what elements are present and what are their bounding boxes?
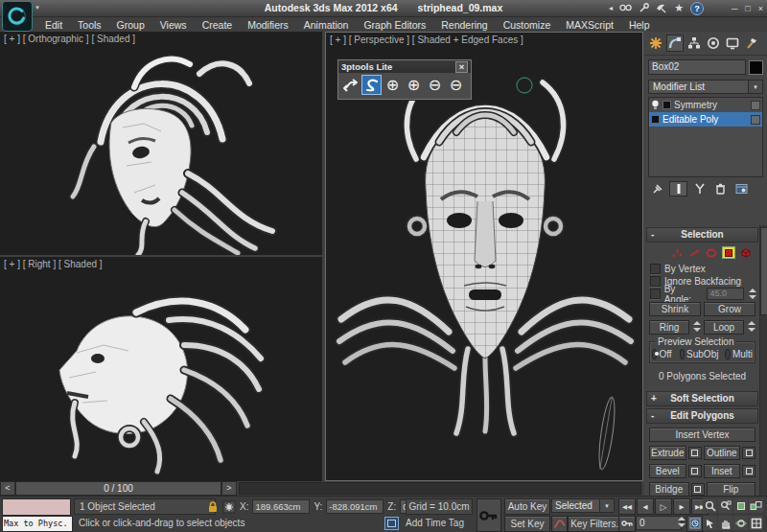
stack-editable-poly-toggle[interactable] xyxy=(751,115,760,125)
menu-animation[interactable]: Animation xyxy=(297,18,356,32)
outline-button[interactable]: Outline xyxy=(704,446,741,460)
selection-rollout-header[interactable]: - Selection xyxy=(646,227,758,243)
bridge-button[interactable]: Bridge xyxy=(649,482,689,496)
remove-minus-tool-1[interactable]: ⊖ xyxy=(425,75,445,95)
stack-item-editable-poly[interactable]: Editable Poly xyxy=(649,112,762,127)
shrink-button[interactable]: Shrink xyxy=(649,302,701,316)
key-filter-arrow-icon[interactable]: ▼ xyxy=(600,498,615,513)
viewport-orthographic[interactable]: [ + ] [ Orthographic ] [ Shaded ] xyxy=(0,32,322,255)
outline-settings-icon[interactable] xyxy=(742,447,755,459)
grow-button[interactable]: Grow xyxy=(704,302,755,316)
selection-lock-icon[interactable] xyxy=(207,500,219,514)
x-coordinate-field[interactable]: 189.663cm xyxy=(252,499,310,514)
utilities-tab-icon[interactable] xyxy=(743,35,760,52)
vertex-subobject-icon[interactable] xyxy=(670,246,684,259)
preview-off-radio[interactable] xyxy=(652,349,657,359)
absolute-mode-icon[interactable] xyxy=(222,500,236,514)
time-configuration-icon[interactable] xyxy=(686,516,703,532)
edit-polygons-rollout-header[interactable]: - Edit Polygons xyxy=(646,408,758,424)
frame-spinner[interactable] xyxy=(677,516,686,528)
motion-tab-icon[interactable] xyxy=(705,35,722,52)
communication-center-icon[interactable] xyxy=(656,3,667,13)
current-frame-field[interactable]: 0 xyxy=(636,516,682,530)
panel-scrollbar-thumb[interactable] xyxy=(760,227,767,315)
loop-spinner[interactable] xyxy=(747,320,755,333)
key-mode-toggle[interactable] xyxy=(618,516,636,532)
quick-access-caret-icon[interactable]: ▼ xyxy=(35,5,40,11)
orbit-icon[interactable] xyxy=(733,516,748,530)
y-coordinate-field[interactable]: -828.091cm xyxy=(326,499,384,514)
minimize-button[interactable]: ─ xyxy=(732,4,737,13)
menu-help[interactable]: Help xyxy=(622,18,657,32)
show-end-result-icon[interactable] xyxy=(669,181,687,197)
edge-subobject-icon[interactable] xyxy=(687,246,701,259)
ignore-backfacing-checkbox[interactable] xyxy=(650,276,661,287)
object-color-swatch[interactable] xyxy=(749,60,763,75)
make-unique-icon[interactable] xyxy=(690,181,709,197)
collapse-icon[interactable]: - xyxy=(651,409,654,422)
go-to-start-button[interactable]: ◀◀ xyxy=(618,498,636,515)
by-angle-row[interactable]: By Angle: 45.0 xyxy=(648,288,756,300)
viewport-perspective-label[interactable]: [ + ] [ Perspective ] [ Shaded + Edged F… xyxy=(330,35,523,45)
menu-tools[interactable]: Tools xyxy=(71,18,108,32)
zoom-extents-all-icon[interactable] xyxy=(749,498,763,513)
bevel-settings-icon[interactable] xyxy=(688,465,702,477)
collapse-icon[interactable]: - xyxy=(651,228,654,241)
menu-edit[interactable]: Edit xyxy=(38,18,69,32)
3ptools-close-icon[interactable]: × xyxy=(455,61,468,73)
isolate-window-icon[interactable] xyxy=(384,517,399,530)
menu-rendering[interactable]: Rendering xyxy=(434,18,494,32)
object-name-field[interactable]: Box02 xyxy=(648,59,746,75)
extrude-settings-icon[interactable] xyxy=(688,447,702,459)
maxscript-listener-input[interactable]: Max to Physc. xyxy=(2,516,73,532)
modifier-list-arrow-icon[interactable]: ▼ xyxy=(749,80,763,94)
next-frame-button[interactable]: ▶ xyxy=(673,498,690,515)
viewport-orthographic-label[interactable]: [ + ] [ Orthographic ] [ Shaded ] xyxy=(4,34,135,44)
hierarchy-tab-icon[interactable] xyxy=(686,35,703,52)
viewport-right[interactable]: [ + ] [ Right ] [ Shaded ] xyxy=(0,257,322,481)
stack-symmetry-toggle[interactable] xyxy=(751,101,760,110)
element-subobject-icon[interactable] xyxy=(739,246,753,259)
menu-group[interactable]: Group xyxy=(110,18,151,32)
time-slider-handle[interactable]: 0 / 100 xyxy=(15,481,221,496)
time-slider-track[interactable] xyxy=(239,482,641,495)
zoom-icon[interactable] xyxy=(703,498,717,513)
preview-multi-radio[interactable] xyxy=(725,349,730,359)
by-angle-checkbox[interactable] xyxy=(650,289,661,299)
bevel-button[interactable]: Bevel xyxy=(649,464,686,478)
menu-modifiers[interactable]: Modifiers xyxy=(241,18,295,32)
angle-spinner[interactable] xyxy=(748,288,756,300)
frame-back-button[interactable]: < xyxy=(0,481,15,496)
zoom-region-icon[interactable] xyxy=(703,516,717,530)
set-key-button[interactable]: Set Key xyxy=(504,516,550,532)
menu-views[interactable]: Views xyxy=(153,18,194,32)
restore-button[interactable]: □ xyxy=(745,4,750,13)
zoom-all-icon[interactable] xyxy=(718,498,732,513)
display-tab-icon[interactable] xyxy=(724,35,741,52)
by-vertex-checkbox[interactable] xyxy=(650,264,661,274)
maxscript-listener-output[interactable] xyxy=(2,498,71,516)
flip-button[interactable]: Flip xyxy=(707,482,755,496)
help-icon[interactable]: ? xyxy=(690,2,704,15)
bridge-settings-icon[interactable] xyxy=(691,483,705,496)
loop-button[interactable]: Loop xyxy=(704,320,744,335)
add-plus-tool-2[interactable]: ⊕ xyxy=(404,75,424,95)
inset-settings-icon[interactable] xyxy=(742,465,755,477)
auto-key-button[interactable]: Auto Key xyxy=(504,498,550,515)
stack-item-symmetry[interactable]: Symmetry xyxy=(649,98,762,112)
key-filter-dropdown[interactable]: Selected ▼ xyxy=(551,498,615,513)
pin-stack-icon[interactable] xyxy=(648,181,666,197)
previous-frame-button[interactable]: ◀ xyxy=(637,498,654,515)
application-button[interactable] xyxy=(2,1,33,32)
swap-arrow-tool[interactable] xyxy=(340,75,360,95)
insert-vertex-button[interactable]: Insert Vertex xyxy=(649,428,755,442)
border-subobject-icon[interactable] xyxy=(705,246,718,259)
menu-maxscript[interactable]: MAXScript xyxy=(559,18,620,32)
remove-modifier-icon[interactable] xyxy=(711,181,730,197)
menu-customize[interactable]: Customize xyxy=(497,18,558,32)
polygon-subobject-icon[interactable] xyxy=(722,246,735,259)
menu-create[interactable]: Create xyxy=(196,18,240,32)
ring-spinner[interactable] xyxy=(692,320,701,333)
viewport-right-label[interactable]: [ + ] [ Right ] [ Shaded ] xyxy=(4,259,103,269)
3ptools-title-bar[interactable]: 3ptools Lite × xyxy=(338,60,471,73)
